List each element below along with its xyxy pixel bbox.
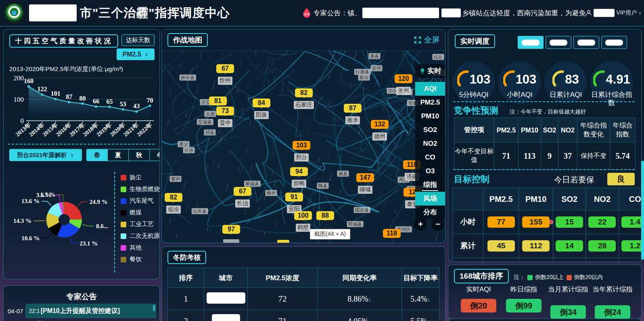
col-row-label bbox=[453, 188, 483, 210]
aqi-pin-city: 石家庄 bbox=[294, 101, 314, 109]
map-menu-PM2.5[interactable]: PM2.5 bbox=[415, 96, 445, 109]
dispatch-tab-2[interactable] bbox=[546, 36, 571, 49]
map-place-静乐县: 静乐县 bbox=[180, 75, 196, 81]
season-tab-夏[interactable]: 夏 bbox=[107, 149, 128, 161]
standard-days-button[interactable]: 达标天数 bbox=[121, 34, 155, 46]
fullscreen-button[interactable]: 全屏 bbox=[414, 35, 439, 45]
gauge-arc-icon bbox=[552, 69, 565, 90]
expert-notice-title: 专家公告 bbox=[4, 292, 159, 302]
user-menu[interactable]: VIP用户 ∨ bbox=[585, 9, 642, 17]
alert-dot bbox=[549, 220, 553, 224]
map-menu-NO2[interactable]: NO2 bbox=[415, 137, 445, 151]
cell: 72 bbox=[248, 288, 318, 310]
aqi-pin-安阳[interactable]: 91安阳 bbox=[285, 193, 303, 213]
map-menu-AQI[interactable]: AQI bbox=[415, 82, 445, 96]
gauge-value-row: 4.91 bbox=[589, 69, 635, 90]
aqi-pin-88[interactable]: 88 bbox=[316, 211, 334, 220]
prediction-table: 管控项PM2.5PM10SO2NO2年综合指数变化年综合指数今年不变目标值711… bbox=[454, 117, 636, 170]
map-layer-menu: 实时AQIPM2.5PM10SO2NO2COO3综指风场分布 bbox=[415, 64, 445, 219]
dispatch-tab-4[interactable] bbox=[601, 36, 627, 49]
map-place-霍州: 霍州 bbox=[170, 176, 182, 182]
aqi-pin-德州[interactable]: 132德州 bbox=[371, 120, 389, 141]
svg-text:2022年: 2022年 bbox=[136, 122, 153, 138]
pollutant-select[interactable]: PM2.5 ∨ bbox=[117, 48, 155, 60]
season-tab-冬[interactable]: 冬 bbox=[149, 149, 160, 161]
map-zoom-in-button[interactable]: + bbox=[414, 218, 427, 231]
legend-item-3: 燃煤 bbox=[121, 207, 160, 218]
notice-highlight[interactable]: 22:1 [PM10上升提醒及管控建议] bbox=[25, 304, 156, 318]
target-value-badge: 77 bbox=[487, 216, 515, 228]
rank-badge-实时AQI[interactable]: 倒20 bbox=[461, 299, 496, 313]
map-menu-O3[interactable]: O3 bbox=[415, 164, 445, 178]
ranking-items: 实时AQI倒20昨日综指倒99当月累计综指倒34当年累计综指倒24 bbox=[448, 265, 641, 319]
rank-badge-当年累计综指[interactable]: 倒24 bbox=[595, 305, 630, 319]
map-menu-风场[interactable]: 风场 bbox=[415, 192, 445, 206]
cell: 113 bbox=[519, 143, 541, 170]
expert-announcement-ticker[interactable]: NEW 专家公告： 镇、 乡镇站点达轻度，西南污染加重，为避免 bbox=[302, 7, 585, 19]
rank-badge-昨日综指[interactable]: 倒99 bbox=[506, 299, 542, 313]
cell bbox=[619, 258, 642, 262]
aqi-pin-city: 鹤壁 bbox=[296, 224, 310, 232]
map-place-孝义: 孝义 bbox=[178, 141, 190, 147]
notice-entry[interactable]: 04-07 22:1 [PM10上升提醒及管控建议] bbox=[8, 304, 156, 318]
svg-text:87: 87 bbox=[66, 93, 72, 100]
aqi-pin-沧州[interactable]: 120沧州 bbox=[395, 74, 412, 95]
map-canvas[interactable]: 静乐县唐县定州行唐县新乐任丘河间晋州辛集泊头古交太原交城县祁县孝义介休霍州黎城县… bbox=[162, 29, 445, 243]
rank-badge-当月累计综指[interactable]: 倒34 bbox=[550, 305, 586, 319]
aqi-pin-value: 87 bbox=[344, 104, 362, 113]
aqi-pin-97[interactable]: 97 bbox=[222, 225, 240, 234]
aqi-pin-聊城[interactable]: 147聊城 bbox=[356, 173, 374, 194]
source-analysis-select[interactable]: 邢台2021年源解析 ∨ bbox=[9, 149, 82, 161]
aqi-pin-81[interactable]: 81 bbox=[209, 97, 227, 105]
cell: 今年不变目标值 bbox=[454, 143, 494, 170]
aqi-pin-长治[interactable]: 67长治 bbox=[234, 187, 251, 208]
season-tab-秋[interactable]: 秋 bbox=[128, 149, 149, 161]
map-place-黎城县: 黎城县 bbox=[244, 181, 261, 187]
aqi-pin-邯郸[interactable]: 94邯郸 bbox=[290, 167, 308, 188]
header: 市"三个治霾"指挥调度中心 NEW 专家公告： 镇、 乡镇站点达轻度，西南污染加… bbox=[0, 0, 644, 27]
table-row[interactable]: 2714.05%↓5.5%↓ bbox=[168, 310, 439, 321]
map-menu-实时[interactable]: 实时 bbox=[415, 64, 445, 78]
aqi-pin-衡水[interactable]: 87衡水 bbox=[344, 104, 362, 124]
cell bbox=[483, 258, 519, 262]
aqi-pin-118[interactable]: 118 bbox=[383, 229, 401, 238]
svg-text:160: 160 bbox=[24, 78, 33, 84]
map-menu-SO2[interactable]: SO2 bbox=[415, 123, 445, 137]
legend-item-1: 生物质燃烧 bbox=[121, 183, 160, 195]
screenshot-tooltip: 截图(Alt + A) bbox=[310, 229, 350, 239]
table-header-row: PM2.5PM10SO2NO2CO bbox=[453, 188, 642, 210]
aqi-pin-忻州[interactable]: 67忻州 bbox=[216, 64, 234, 85]
cell: 15 bbox=[553, 210, 586, 234]
aqi-pin-邢台[interactable]: 103邢台 bbox=[293, 141, 310, 162]
aqi-pin-临汾[interactable]: 82临汾 bbox=[165, 193, 182, 214]
rank-label-昨日综指: 昨日综指 bbox=[502, 285, 546, 294]
map-menu-综指[interactable]: 综指 bbox=[415, 178, 445, 192]
map-place-定州: 定州 bbox=[371, 65, 383, 71]
redacted-announce-2 bbox=[441, 8, 461, 17]
aqi-pin-value: 88 bbox=[316, 211, 334, 220]
aqi-pin-鹤壁[interactable]: 100鹤壁 bbox=[294, 211, 312, 232]
row-label: 小时 bbox=[453, 210, 483, 234]
dispatch-tab-3[interactable] bbox=[573, 36, 599, 49]
aqi-pin-阳泉[interactable]: 84阳泉 bbox=[253, 99, 270, 119]
svg-text:66: 66 bbox=[93, 98, 99, 105]
map-place-介休: 介休 bbox=[183, 147, 195, 153]
cell bbox=[519, 258, 553, 262]
aqi-pin-石家庄[interactable]: 82石家庄 bbox=[294, 88, 314, 109]
season-tab-春[interactable]: 春 bbox=[87, 149, 107, 161]
page-scrollbar[interactable] bbox=[641, 161, 644, 260]
aqi-pin-晋中[interactable]: 73晋中 bbox=[216, 107, 234, 127]
legend-swatch bbox=[121, 257, 126, 262]
cell: 1.4 bbox=[619, 210, 642, 234]
map-menu-PM10[interactable]: PM10 bbox=[415, 109, 445, 123]
svg-text:13.6 %: 13.6 % bbox=[21, 198, 40, 204]
scrollbar-thumb[interactable] bbox=[153, 305, 155, 311]
redacted-tab-label bbox=[577, 40, 595, 46]
table-row[interactable]: 1728.86%↓5.4%↓ bbox=[168, 288, 439, 310]
map-menu-分布[interactable]: 分布 bbox=[415, 206, 445, 219]
svg-text:53: 53 bbox=[120, 101, 126, 107]
map-menu-CO[interactable]: CO bbox=[415, 151, 445, 164]
aqi-pin-value: 120 bbox=[395, 74, 412, 83]
dispatch-tab-1[interactable] bbox=[518, 36, 544, 49]
map-zoom-out-button[interactable]: − bbox=[431, 218, 444, 231]
